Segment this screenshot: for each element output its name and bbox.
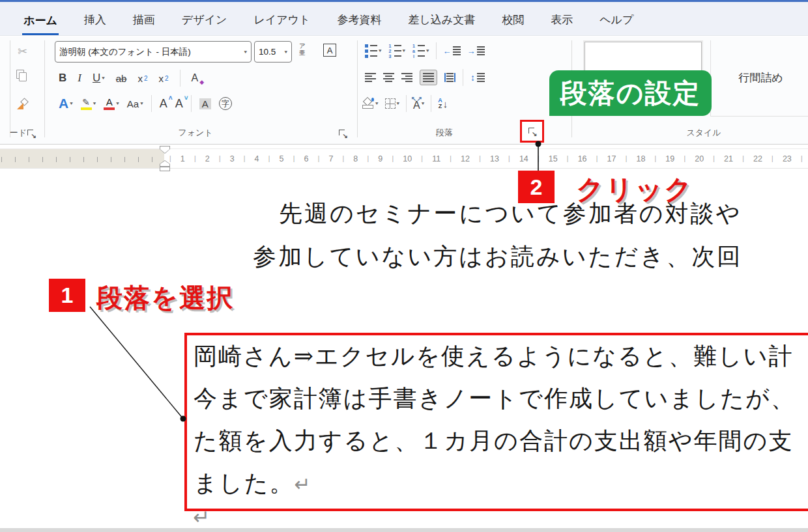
format-painter-icon [17, 99, 27, 109]
separator [710, 116, 808, 117]
multilevel-list-button[interactable]: 1ai ▾ [412, 44, 429, 58]
tab-mailings[interactable]: 差し込み文書 [407, 8, 476, 35]
ruler-number: 4 [255, 154, 259, 163]
bullet-list-button[interactable]: ▾ [365, 44, 382, 58]
style-item-nospacing[interactable]: 行間詰め [717, 70, 805, 85]
grow-font-button[interactable]: A˄ [160, 97, 167, 111]
selected-paragraph-highlight[interactable]: 岡崎さん⇒エクセルを使えるようになると、難しい計 今まで家計簿は手書きノートで作… [184, 333, 808, 511]
superscript-button[interactable]: x2 [159, 73, 169, 84]
ruler-number: 5 [280, 154, 284, 163]
shading-button[interactable]: ▾ [362, 98, 379, 109]
shading-icon [362, 98, 374, 109]
line-spacing-icon: ↕ [470, 72, 475, 83]
font-color-button[interactable]: A ▾ [104, 97, 119, 110]
clipboard-dialog-launcher[interactable] [27, 128, 35, 140]
phonetic-guide-button[interactable]: ア 亜 [299, 43, 306, 56]
grow-mark: ˄ [169, 94, 173, 102]
separator [191, 95, 192, 112]
font-group-label: フォント [46, 127, 345, 139]
font-name-value: 游明朝 (本文のフォント - 日本語) [59, 46, 191, 58]
text-effects-button[interactable]: A ▾ [59, 96, 73, 111]
enclose-characters-icon: 字 [219, 97, 232, 110]
step2-badge: 2 [518, 171, 555, 203]
document-text-line[interactable]: ました。↵ [187, 462, 808, 505]
paragraph-settings-callout: 段落の設定 [549, 70, 712, 116]
shrink-font-button[interactable]: A˅ [175, 97, 183, 111]
sort-button[interactable]: AZ ↓ [438, 98, 448, 109]
character-scaling-icon: ↖↗A [413, 96, 420, 111]
change-case-button[interactable]: Aa ▾ [127, 98, 143, 109]
character-shading-button[interactable]: A [199, 98, 211, 109]
decrease-indent-button[interactable]: ← [443, 46, 461, 56]
borders-icon [385, 98, 396, 109]
distribute-text-button[interactable] [444, 73, 455, 82]
chevron-down-icon: ▾ [116, 101, 119, 106]
ruler-number: 9 [378, 154, 382, 163]
horizontal-ruler[interactable]: |1|2|3|4|5|6|7|8|9|10|11|12|13|14|15|16|… [0, 148, 808, 169]
font-color-icon: A [104, 97, 115, 110]
justify-button-selected[interactable] [420, 70, 437, 85]
page-bottom-edge [0, 528, 808, 532]
align-center-button[interactable] [383, 73, 394, 82]
superscript-mark: 2 [165, 75, 169, 82]
shrink-font-letter: A [175, 97, 183, 111]
ruler-number: 18 [636, 154, 645, 163]
line-spacing-button[interactable]: ↕ [470, 72, 485, 83]
clear-formatting-button[interactable]: A [192, 72, 199, 84]
left-indent-marker[interactable] [160, 167, 170, 171]
tab-insert[interactable]: 挿入 [83, 8, 108, 35]
font-name-combobox[interactable]: 游明朝 (本文のフォント - 日本語) ▾ [55, 41, 252, 63]
bold-button[interactable]: B [59, 72, 66, 85]
document-text-line[interactable]: 参加していない方はお読みいただき、次回 [253, 241, 742, 273]
tab-view[interactable]: 表示 [549, 8, 574, 35]
ruler-tick: | [392, 155, 394, 162]
document-text-line[interactable]: 今まで家計簿は手書きノートで作成していましたが、 [187, 378, 808, 420]
subscript-mark: 2 [144, 75, 148, 82]
strikethrough-button[interactable]: ab [116, 73, 127, 84]
dialog-launcher-icon [339, 130, 347, 137]
underline-button[interactable]: U ▾ [93, 72, 105, 85]
ruler-number: 21 [724, 154, 733, 163]
font-dialog-launcher[interactable] [339, 128, 347, 140]
tab-home[interactable]: ホーム [22, 9, 59, 36]
ruler-tick: | [479, 155, 481, 162]
font-size-combobox[interactable]: 10.5 ▾ [254, 41, 292, 63]
enclose-characters-button[interactable]: 字 [219, 97, 232, 110]
scissors-icon: ✂ [18, 44, 27, 59]
ruler-number: 1 [180, 154, 185, 163]
character-border-button[interactable]: A [323, 44, 336, 57]
ruler-tick: | [567, 155, 569, 162]
paragraph-dialog-launcher[interactable] [528, 128, 536, 135]
tab-references[interactable]: 参考資料 [336, 8, 382, 35]
paragraph-dialog-launcher-highlight [520, 120, 544, 143]
asian-layout-button[interactable]: ↖↗A ▾ [413, 96, 424, 111]
format-painter-button[interactable] [17, 99, 27, 109]
document-text-line[interactable]: た額を入力すると、１カ月の合計の支出額や年間の支 [187, 420, 808, 462]
text-highlight-button[interactable]: ✎ ▾ [81, 98, 96, 110]
tab-layout[interactable]: レイアウト [252, 8, 311, 35]
grow-font-letter: A [160, 97, 167, 111]
character-border-icon: A [323, 44, 336, 57]
ruler-tick: | [655, 155, 657, 162]
increase-indent-button[interactable]: → [467, 46, 485, 56]
separator [357, 40, 358, 137]
ruler-tick: | [538, 155, 540, 162]
copy-button[interactable] [19, 72, 27, 81]
increase-indent-icon: → [467, 46, 476, 56]
cut-button[interactable]: ✂ [18, 44, 27, 59]
tab-design[interactable]: デザイン [180, 8, 229, 35]
justify-icon [423, 73, 434, 82]
numbered-list-button[interactable]: 123 ▾ [388, 44, 406, 58]
align-right-button[interactable] [401, 73, 412, 82]
align-left-button[interactable] [365, 73, 376, 82]
borders-button[interactable]: ▾ [385, 98, 400, 109]
document-text-line[interactable]: 岡崎さん⇒エクセルを使えるようになると、難しい計 [187, 335, 808, 378]
tab-draw[interactable]: 描画 [132, 8, 156, 35]
shrink-mark: ˅ [184, 94, 188, 102]
tab-review[interactable]: 校閲 [500, 8, 525, 35]
tab-help[interactable]: ヘルプ [598, 8, 635, 35]
ruler-number: 8 [353, 154, 358, 163]
bullet-list-icon [365, 44, 377, 58]
subscript-button[interactable]: x2 [137, 73, 147, 84]
italic-button[interactable]: I [78, 72, 81, 85]
